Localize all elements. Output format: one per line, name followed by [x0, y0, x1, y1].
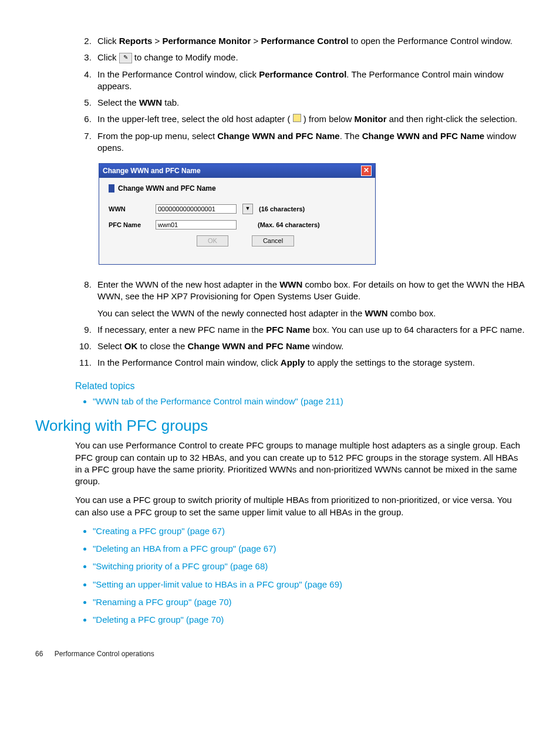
text: to change to Modify mode.: [132, 52, 238, 62]
step-10: Select OK to close the Change WWN and PF…: [94, 340, 525, 352]
page-number: 66: [35, 650, 43, 658]
pfc-label: PFC Name: [109, 221, 150, 229]
text: OK: [124, 341, 138, 351]
text: Change WWN and PFC Name: [118, 184, 216, 193]
dialog-title-text: Change WWN and PFC Name: [103, 166, 201, 175]
text: Monitor: [355, 114, 387, 124]
text: >: [152, 36, 162, 46]
text: tab.: [162, 97, 179, 107]
text: Click: [97, 36, 119, 46]
cancel-button[interactable]: Cancel: [252, 235, 294, 247]
step-9: If necessary, enter a new PFC name in th…: [94, 324, 525, 336]
text: Change WWN and PFC Name: [187, 341, 309, 351]
list-item: "Creating a PFC group" (page 67): [93, 525, 525, 537]
step-4: In the Performance Control window, click…: [94, 69, 525, 93]
text: Reports: [119, 36, 153, 46]
text: WWN: [365, 308, 388, 318]
step-8: Enter the WWN of the new host adapter in…: [94, 279, 525, 319]
step-11: In the Performance Control main window, …: [94, 357, 525, 369]
step-list: Click Reports > Performance Monitor > Pe…: [35, 35, 525, 154]
link[interactable]: "Deleting an HBA from a PFC group" (page…: [93, 544, 276, 553]
text: Apply: [281, 357, 305, 367]
text: WWN: [139, 97, 162, 107]
text: >: [251, 36, 261, 46]
step-7: From the pop-up menu, select Change WWN …: [94, 130, 525, 154]
pfc-hint: (Max. 64 characters): [258, 221, 320, 229]
link[interactable]: "Creating a PFC group" (page 67): [93, 526, 225, 536]
dialog-titlebar: Change WWN and PFC Name ✕: [99, 164, 375, 178]
text: box. You can use up to 64 characters for…: [310, 325, 524, 335]
text: In the upper-left tree, select the old h…: [97, 114, 293, 124]
text: You can select the WWN of the newly conn…: [97, 308, 365, 318]
text: WWN: [279, 279, 302, 289]
step-2: Click Reports > Performance Monitor > Pe…: [94, 35, 525, 47]
text: and then right-click the selection.: [387, 114, 518, 124]
change-wwn-dialog: Change WWN and PFC Name ✕ Change WWN and…: [99, 163, 376, 265]
text: In the Performance Control window, click: [97, 69, 259, 79]
text: Select the: [97, 97, 139, 107]
dialog-buttons: OK Cancel: [197, 235, 366, 247]
wwn-row: WWN ▼ (16 characters): [109, 204, 366, 214]
section-heading: Working with PFC groups: [35, 416, 525, 436]
text: Performance Control: [259, 69, 346, 79]
text: ) from below: [301, 114, 355, 124]
section-links: "Creating a PFC group" (page 67) "Deleti…: [93, 525, 525, 626]
text: Click: [97, 52, 119, 62]
text: . The: [340, 131, 362, 141]
text: to apply the settings to the storage sys…: [305, 357, 474, 367]
link[interactable]: "Renaming a PFC group" (page 70): [93, 597, 232, 607]
text: to close the: [137, 341, 187, 351]
text: Enter the WWN of the new host adapter in…: [97, 279, 279, 289]
step-5: Select the WWN tab.: [94, 97, 525, 109]
related-list: "WWN tab of the Performance Control main…: [93, 396, 525, 407]
pfc-input[interactable]: [156, 220, 237, 229]
text: to open the Performance Control window.: [349, 36, 512, 46]
text: Change WWN and PFC Name: [362, 131, 484, 141]
related-item: "WWN tab of the Performance Control main…: [93, 396, 525, 407]
dialog-subtitle: Change WWN and PFC Name: [109, 184, 366, 193]
list-item: "Renaming a PFC group" (page 70): [93, 596, 525, 608]
step-list-2: Enter the WWN of the new host adapter in…: [35, 279, 525, 369]
text: Select: [97, 341, 124, 351]
wwn-input[interactable]: [156, 204, 237, 214]
link[interactable]: "Deleting a PFC group" (page 70): [93, 615, 224, 625]
related-link[interactable]: "WWN tab of the Performance Control main…: [93, 396, 343, 406]
dialog-body: Change WWN and PFC Name WWN ▼ (16 charac…: [99, 178, 375, 264]
link[interactable]: "Switching priority of a PFC group" (pag…: [93, 561, 268, 571]
list-item: "Deleting a PFC group" (page 70): [93, 614, 525, 626]
related-topics-heading: Related topics: [75, 380, 525, 393]
text: Performance Monitor: [162, 36, 251, 46]
blue-marker-icon: [109, 184, 114, 193]
wwn-label: WWN: [109, 205, 150, 214]
text: Performance Control: [261, 36, 348, 46]
section-p1: You can use Performance Control to creat…: [75, 440, 525, 487]
step-6: In the upper-left tree, select the old h…: [94, 113, 525, 125]
text: PFC Name: [266, 325, 310, 335]
step-3: Click ✎ to change to Modify mode.: [94, 52, 525, 63]
section-p2: You can use a PFC group to switch priori…: [75, 494, 525, 518]
text: window.: [310, 341, 344, 351]
text: combo box.: [388, 308, 436, 318]
list-item: "Deleting an HBA from a PFC group" (page…: [93, 543, 525, 555]
wwn-hint: (16 characters): [259, 205, 305, 214]
link[interactable]: "Setting an upper-limit value to HBAs in…: [93, 579, 342, 589]
list-item: "Switching priority of a PFC group" (pag…: [93, 561, 525, 572]
page-footer: 66 Performance Control operations: [35, 649, 525, 659]
text: If necessary, enter a new PFC name in th…: [97, 325, 266, 335]
close-icon[interactable]: ✕: [361, 166, 372, 176]
text: From the pop-up menu, select: [97, 131, 217, 141]
ok-button[interactable]: OK: [197, 235, 228, 247]
list-item: "Setting an upper-limit value to HBAs in…: [93, 579, 525, 590]
text: Change WWN and PFC Name: [217, 131, 339, 141]
pfc-row: PFC Name (Max. 64 characters): [109, 220, 366, 229]
dropdown-icon[interactable]: ▼: [242, 204, 253, 214]
modify-mode-icon: ✎: [119, 53, 132, 63]
host-adapter-icon: [293, 114, 301, 122]
footer-title: Performance Control operations: [55, 650, 154, 658]
text: In the Performance Control main window, …: [97, 357, 281, 367]
